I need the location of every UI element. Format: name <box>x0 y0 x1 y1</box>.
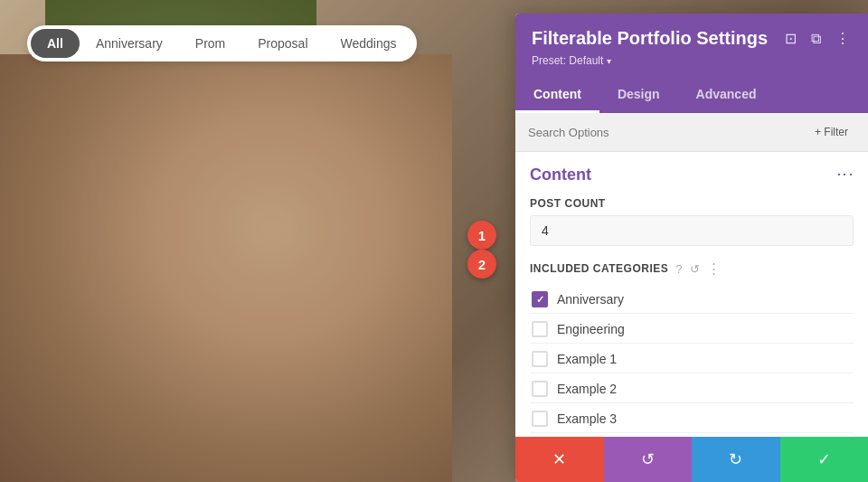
categories-label: Included Categories <box>530 262 668 275</box>
section-menu-icon[interactable]: ⋮ <box>835 166 855 183</box>
category-name-engineering: Engineering <box>557 322 625 336</box>
tab-advanced[interactable]: Advanced <box>678 78 775 113</box>
checkbox-anniversary[interactable] <box>532 291 548 307</box>
reset-button[interactable]: ↺ <box>604 437 693 482</box>
tab-all[interactable]: All <box>31 29 80 58</box>
content-section: Content ⋮ Post Count Included Categories… <box>515 152 868 437</box>
columns-icon[interactable]: ⧉ <box>809 29 823 49</box>
search-input[interactable] <box>528 126 800 139</box>
tab-proposal[interactable]: Proposal <box>241 29 324 58</box>
panel-header-icons: ⊡ ⧉ ⋮ <box>783 28 852 49</box>
more-icon[interactable]: ⋮ <box>707 260 721 277</box>
panel-body: + Filter Content ⋮ Post Count Included C… <box>515 113 868 437</box>
category-name-example3: Example 3 <box>557 411 617 426</box>
post-count-field: Post Count <box>530 197 854 246</box>
categories-section: Included Categories ? ↺ ⋮ Anniversary En… <box>530 260 854 437</box>
tab-content[interactable]: Content <box>515 78 599 113</box>
category-item-engineering: Engineering <box>530 316 854 344</box>
category-item-example3: Example 3 <box>530 405 854 433</box>
reset-icon: ↺ <box>641 449 655 469</box>
filter-button[interactable]: + Filter <box>807 122 855 142</box>
panel-title: Filterable Portfolio Settings <box>532 28 768 49</box>
category-list: Anniversary Engineering Example 1 <box>530 286 854 437</box>
checkbox-engineering[interactable] <box>532 321 548 337</box>
help-icon[interactable]: ? <box>675 262 682 276</box>
settings-panel: Filterable Portfolio Settings ⊡ ⧉ ⋮ Pres… <box>515 14 868 482</box>
section-title: Content <box>530 165 591 184</box>
checkbox-example3[interactable] <box>532 411 548 427</box>
category-name-anniversary: Anniversary <box>557 292 624 307</box>
category-item-example2: Example 2 <box>530 375 854 403</box>
panel-tabs: Content Design Advanced <box>515 78 868 113</box>
tab-anniversary[interactable]: Anniversary <box>80 29 179 58</box>
category-item-anniversary: Anniversary <box>530 286 854 314</box>
category-name-example2: Example 2 <box>557 382 617 396</box>
categories-header: Included Categories ? ↺ ⋮ <box>530 260 854 277</box>
search-bar: + Filter <box>515 113 868 152</box>
panel-header: Filterable Portfolio Settings ⊡ ⧉ ⋮ Pres… <box>515 14 868 78</box>
save-icon: ✓ <box>817 449 831 469</box>
category-item-example1: Example 1 <box>530 345 854 373</box>
category-name-example1: Example 1 <box>557 352 617 366</box>
responsive-icon[interactable]: ⊡ <box>783 28 798 49</box>
cancel-icon: ✕ <box>552 449 566 469</box>
tab-prom[interactable]: Prom <box>179 29 241 58</box>
redo-icon: ↻ <box>729 449 742 469</box>
cancel-button[interactable]: ✕ <box>515 437 604 482</box>
post-count-label: Post Count <box>530 197 854 210</box>
reset-icon[interactable]: ↺ <box>690 262 700 276</box>
redo-button[interactable]: ↻ <box>692 437 780 482</box>
tab-weddings[interactable]: Weddings <box>325 29 413 58</box>
section-header: Content ⋮ <box>530 165 854 184</box>
post-count-input[interactable] <box>530 215 854 246</box>
more-options-icon[interactable]: ⋮ <box>834 28 852 49</box>
panel-header-top: Filterable Portfolio Settings ⊡ ⧉ ⋮ <box>532 28 852 49</box>
checkbox-example2[interactable] <box>532 381 548 397</box>
badge-2: 2 <box>467 250 496 279</box>
badge-1: 1 <box>467 221 496 250</box>
checkbox-example1[interactable] <box>532 351 548 367</box>
save-button[interactable]: ✓ <box>780 437 869 482</box>
action-bar: ✕ ↺ ↻ ✓ <box>515 437 868 482</box>
panel-preset[interactable]: Preset: Default <box>532 54 852 67</box>
filter-tabs-bar: All Anniversary Prom Proposal Weddings <box>27 25 417 61</box>
tab-design[interactable]: Design <box>599 78 678 113</box>
